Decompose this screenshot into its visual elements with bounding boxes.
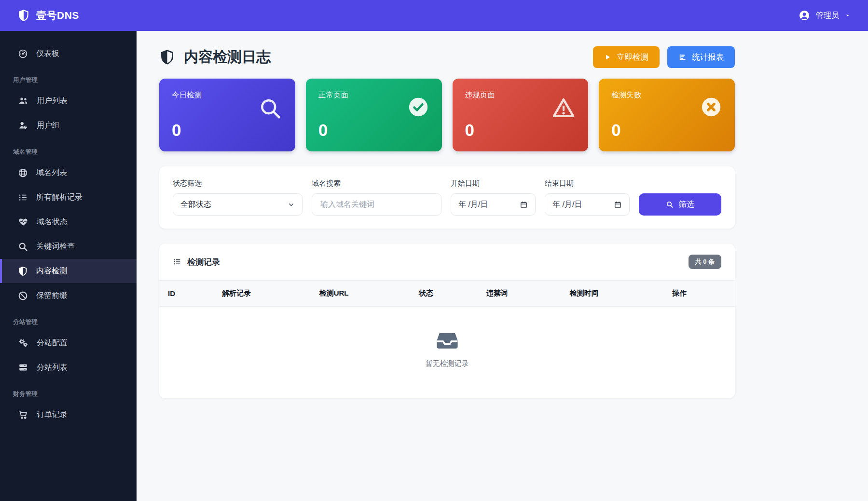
sidebar-item-label: 关键词检查 xyxy=(36,242,75,252)
caret-down-icon xyxy=(845,13,851,18)
records-card: 检测记录 共 0 条 ID 解析记录 检测URL 状态 违禁词 检测时间 xyxy=(159,244,735,398)
stat-value: 0 xyxy=(465,121,474,140)
sidebar-item-label: 用户列表 xyxy=(37,96,68,106)
column-header-banned-words: 违禁词 xyxy=(481,281,564,307)
user-menu[interactable]: 管理员 xyxy=(799,10,851,21)
shield-half-icon xyxy=(159,49,175,65)
cart-icon xyxy=(18,409,28,420)
sidebar-item-domain-list[interactable]: 域名列表 xyxy=(0,161,137,185)
sidebar-item-label: 所有解析记录 xyxy=(36,192,83,203)
user-name: 管理员 xyxy=(816,11,839,21)
server-icon xyxy=(18,362,28,373)
user-tag-icon xyxy=(18,120,28,131)
main-content: 内容检测日志 立即检测 xyxy=(137,0,868,398)
stats-report-button[interactable]: 统计报表 xyxy=(667,46,735,68)
gears-icon xyxy=(18,338,28,348)
search-icon xyxy=(18,242,28,252)
top-navbar: 壹号DNS 管理员 xyxy=(0,0,868,31)
brand[interactable]: 壹号DNS xyxy=(17,9,79,22)
domain-search-input[interactable] xyxy=(319,200,434,209)
sidebar-item-user-list[interactable]: 用户列表 xyxy=(0,89,137,113)
page-header: 内容检测日志 立即检测 xyxy=(159,46,735,68)
table-header-row: ID 解析记录 检测URL 状态 违禁词 检测时间 操作 xyxy=(159,281,735,307)
page-title: 内容检测日志 xyxy=(159,47,271,67)
play-icon xyxy=(604,54,611,61)
domain-search-label: 域名搜索 xyxy=(312,179,441,188)
filter-submit-label: 筛选 xyxy=(679,199,695,210)
sidebar: 仪表板 用户管理 用户列表 用户组 域名管理 域名列表 xyxy=(0,31,137,501)
sidebar-item-label: 内容检测 xyxy=(36,266,67,276)
inbox-icon xyxy=(436,329,459,352)
status-filter-select[interactable]: 全部状态 xyxy=(173,193,303,216)
column-header-actions: 操作 xyxy=(666,281,735,307)
sidebar-item-dashboard[interactable]: 仪表板 xyxy=(0,41,137,66)
sidebar-item-label: 域名状态 xyxy=(37,217,68,227)
x-circle-icon xyxy=(700,96,722,118)
search-icon xyxy=(666,201,674,208)
records-title-text: 检测记录 xyxy=(187,257,220,268)
sidebar-item-label: 分站列表 xyxy=(37,363,68,373)
search-icon xyxy=(258,96,283,121)
status-filter-value: 全部状态 xyxy=(180,200,211,210)
sidebar-item-content-detection[interactable]: 内容检测 xyxy=(0,259,137,283)
empty-state-row: 暂无检测记录 xyxy=(159,307,735,399)
column-header-url: 检测URL xyxy=(314,281,413,307)
filter-submit-button[interactable]: 筛选 xyxy=(639,193,721,216)
chevron-down-icon xyxy=(288,201,295,208)
sidebar-item-label: 仪表板 xyxy=(36,49,59,59)
empty-state: 暂无检测记录 xyxy=(159,329,735,368)
brand-title: 壹号DNS xyxy=(36,9,79,22)
sidebar-item-keyword-check[interactable]: 关键词检查 xyxy=(0,234,137,258)
stat-value: 0 xyxy=(172,121,181,140)
sidebar-item-domain-status[interactable]: 域名状态 xyxy=(0,210,137,234)
record-count-badge: 共 0 条 xyxy=(689,255,721,269)
list-icon xyxy=(173,257,181,266)
stat-card-today-checks: 今日检测 0 xyxy=(159,79,295,151)
sidebar-item-label: 用户组 xyxy=(37,121,60,131)
ban-icon xyxy=(18,291,28,301)
chart-bar-icon xyxy=(678,53,687,61)
start-date-label: 开始日期 xyxy=(451,179,536,188)
shield-half-icon xyxy=(18,266,28,276)
sidebar-section-finance: 财务管理 xyxy=(0,380,137,403)
check-now-button[interactable]: 立即检测 xyxy=(593,46,660,68)
stats-report-label: 统计报表 xyxy=(692,52,724,63)
sidebar-item-subsite-config[interactable]: 分站配置 xyxy=(0,331,137,355)
column-header-id: ID xyxy=(159,281,216,307)
sidebar-item-label: 保留前缀 xyxy=(36,291,67,301)
sidebar-item-label: 订单记录 xyxy=(37,410,68,420)
check-circle-icon xyxy=(407,96,429,118)
heart-pulse-icon xyxy=(18,217,28,227)
calendar-icon xyxy=(614,201,622,209)
filter-bar: 状态筛选 全部状态 域名搜索 开始日期 年 /月/日 xyxy=(159,166,735,229)
stat-card-normal-pages: 正常页面 0 xyxy=(306,79,442,151)
person-circle-icon xyxy=(799,10,810,21)
sidebar-item-subsite-list[interactable]: 分站列表 xyxy=(0,355,137,379)
sidebar-item-label: 分站配置 xyxy=(37,338,68,348)
stat-value: 0 xyxy=(611,121,620,140)
stat-cards: 今日检测 0 正常页面 0 违规页面 xyxy=(159,79,735,151)
sidebar-item-reserved-prefix[interactable]: 保留前缀 xyxy=(0,284,137,308)
stat-card-failed-checks: 检测失败 0 xyxy=(599,79,735,151)
empty-state-text: 暂无检测记录 xyxy=(426,359,469,368)
sidebar-item-user-group[interactable]: 用户组 xyxy=(0,113,137,137)
shield-icon xyxy=(17,9,30,22)
status-filter-label: 状态筛选 xyxy=(173,179,303,188)
sidebar-section-domains: 域名管理 xyxy=(0,138,137,161)
users-icon xyxy=(18,95,28,106)
sidebar-item-all-records[interactable]: 所有解析记录 xyxy=(0,185,137,209)
records-title: 检测记录 xyxy=(173,257,220,268)
end-date-label: 结束日期 xyxy=(545,179,630,188)
start-date-input[interactable]: 年 /月/日 xyxy=(451,193,536,216)
column-header-check-time: 检测时间 xyxy=(564,281,666,307)
warning-triangle-icon xyxy=(551,96,576,120)
sidebar-item-order-records[interactable]: 订单记录 xyxy=(0,403,137,427)
domain-search-field xyxy=(312,193,441,216)
column-header-record: 解析记录 xyxy=(216,281,314,307)
gauge-icon xyxy=(18,49,28,59)
end-date-input[interactable]: 年 /月/日 xyxy=(545,193,630,216)
check-now-label: 立即检测 xyxy=(617,52,648,63)
stat-card-violation-pages: 违规页面 0 xyxy=(453,79,589,151)
globe-icon xyxy=(18,168,28,178)
column-header-status: 状态 xyxy=(413,281,481,307)
